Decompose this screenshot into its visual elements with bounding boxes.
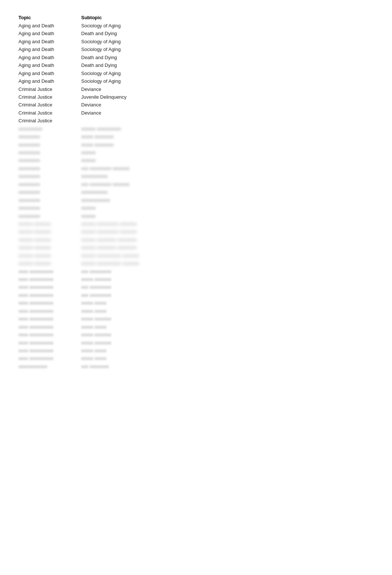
subtopic-column-header: Subtopic	[81, 15, 185, 20]
topic-cell: Aging and Death	[18, 61, 81, 69]
topic-cell: Aging and Death	[18, 69, 81, 77]
table-row: xxxxxx xxxxxxx xxxxxx xxxxxxxxxx xxxxxxx	[18, 252, 374, 259]
table-row: xxxxxxxxx xxxxxxxxxxx	[18, 172, 374, 180]
subtopic-cell: xxxxx xxxxx	[81, 323, 185, 331]
table-row: xxxx xxxxxxxxxx xxxxx xxxxxxx	[18, 275, 374, 283]
subtopic-cell: Sociology of Aging	[81, 77, 185, 85]
topic-cell: xxxxxxxxx	[18, 180, 81, 188]
topic-cell: Aging and Death	[18, 77, 81, 85]
topic-cell: xxxx xxxxxxxxxx	[18, 299, 81, 307]
table-row: Aging and Death Death and Dying	[18, 61, 374, 69]
subtopic-cell: xxxxx xxxxxxxx	[81, 133, 185, 140]
table-row: xxxx xxxxxxxxxx xxxxx xxxxx	[18, 354, 374, 362]
table-row: Aging and Death Sociology of Aging	[18, 77, 374, 85]
table-row: xxxxxxxxx xxxxxxxxxxx	[18, 188, 374, 196]
table-row: xxxx xxxxxxxxxx xxx xxxxxxxxx	[18, 268, 374, 275]
topic-cell: xxxx xxxxxxxxxx	[18, 323, 81, 331]
subtopic-cell: xxxxxx xxxxxxxxx xxxxxxx	[81, 228, 185, 235]
table-row: xxxxxxxxx xxx xxxxxxxxx xxxxxxx	[18, 180, 374, 188]
subtopic-cell: xxxxxxxxxxx	[81, 172, 185, 180]
subtopic-cell: xxx xxxxxxxxx xxxxxxx	[81, 164, 185, 172]
table-row: Criminal Justice	[18, 117, 374, 125]
topic-cell: xxxx xxxxxxxxxx	[18, 347, 81, 354]
topic-cell: xxxxxxxxxxxx	[18, 363, 81, 370]
topic-cell: xxxx xxxxxxxxxx	[18, 315, 81, 323]
subtopic-cell: Sociology of Aging	[81, 22, 185, 30]
table-row: xxxxxxxxx xxxxxx	[18, 156, 374, 164]
subtopic-cell: xxxxxx	[81, 156, 185, 164]
subtopic-cell: xxxxxx xxxxxxxx xxxxxxxx	[81, 244, 185, 251]
subtopic-cell: xxx xxxxxxxxx	[81, 283, 185, 291]
table-row: Aging and Death Death and Dying	[18, 30, 374, 37]
topic-cell: Aging and Death	[18, 30, 81, 37]
subtopic-cell: xxxxxxxxxxxx	[81, 196, 185, 204]
topic-cell: xxxx xxxxxxxxxx	[18, 275, 81, 283]
subtopic-cell: xxxxx xxxxxxx	[81, 315, 185, 323]
topic-cell: Aging and Death	[18, 38, 81, 45]
table-header-row: Topic Subtopic	[18, 15, 374, 20]
table-row: Aging and Death Sociology of Aging	[18, 69, 374, 77]
subtopic-cell: xxxxx xxxxxxx	[81, 339, 185, 347]
subtopic-cell: Deviance	[81, 109, 185, 117]
subtopic-cell: Sociology of Aging	[81, 69, 185, 77]
subtopic-cell: xxxxx xxxxxxx	[81, 275, 185, 283]
subtopic-cell: Death and Dying	[81, 54, 185, 61]
table-row: xxxxxxxxxxxx xxx xxxxxxxx	[18, 363, 374, 370]
subtopic-cell: xxxxx xxxxx	[81, 347, 185, 354]
topic-cell: xxxxxxxxxx	[18, 125, 81, 133]
topic-column-header: Topic	[18, 15, 81, 20]
topic-cell: xxxxxxxxx	[18, 141, 81, 149]
subtopic-cell: xxx xxxxxxxxx xxxxxxx	[81, 180, 185, 188]
blurred-rows-group2: xxxxxx xxxxxxx xxxxxx xxxxxxxxx xxxxxxx …	[18, 220, 374, 268]
table-row: xxxx xxxxxxxxxx xxxxx xxxxx	[18, 307, 374, 315]
table-row: Criminal Justice Deviance	[18, 109, 374, 117]
topic-cell: Aging and Death	[18, 45, 81, 53]
table-row: xxxx xxxxxxxxxx xxxxx xxxxxxx	[18, 331, 374, 338]
topic-cell: Aging and Death	[18, 22, 81, 30]
table-row: xxxxxxxxx xxxxx xxxxxxxx	[18, 141, 374, 149]
data-table: Topic Subtopic Aging and Death Sociology…	[18, 15, 374, 370]
table-row: xxxx xxxxxxxxxx xxx xxxxxxxxx	[18, 283, 374, 291]
topic-cell: xxxxxx xxxxxxx	[18, 244, 81, 251]
topic-cell: xxxxxx xxxxxxx	[18, 228, 81, 235]
visible-rows-section: Aging and Death Sociology of Aging Aging…	[18, 22, 374, 125]
table-row: xxxxxxxxx xxxxxx	[18, 149, 374, 156]
topic-cell: xxxxxxxxx	[18, 164, 81, 172]
table-row: xxxx xxxxxxxxxx xxxxx xxxxx	[18, 323, 374, 331]
table-row: Aging and Death Sociology of Aging	[18, 45, 374, 53]
topic-cell: xxxxxxxxx	[18, 149, 81, 156]
table-row: xxxxxx xxxxxxx xxxxxx xxxxxxxxxx xxxxxxx	[18, 259, 374, 267]
topic-cell: xxxx xxxxxxxxxx	[18, 268, 81, 275]
subtopic-cell: xxxxxx xxxxxxxxxx xxxxxxx	[81, 259, 185, 267]
subtopic-cell: Juvenile Delinquency	[81, 93, 185, 101]
topic-cell: xxxx xxxxxxxxxx	[18, 331, 81, 338]
topic-cell: xxxx xxxxxxxxxx	[18, 307, 81, 315]
table-row: xxxxxxxxx xxxxxxxxxxxx	[18, 196, 374, 204]
subtopic-cell: xxxxxx	[81, 149, 185, 156]
subtopic-cell: xxxxxx	[81, 212, 185, 220]
subtopic-cell: xxxxxx xxxxxxxx xxxxxxxx	[81, 236, 185, 244]
table-row: Aging and Death Sociology of Aging	[18, 38, 374, 45]
subtopic-cell: xxxxx xxxxx	[81, 307, 185, 315]
topic-cell: xxxxxxxxx	[18, 156, 81, 164]
subtopic-cell: Death and Dying	[81, 30, 185, 37]
subtopic-cell: Death and Dying	[81, 61, 185, 69]
table-row: xxxxxxxxx xxxxx xxxxxxxx	[18, 133, 374, 140]
subtopic-cell: xxxxxx xxxxxxxxxx	[81, 125, 185, 133]
table-row: xxxx xxxxxxxxxx xxxxx xxxxx	[18, 347, 374, 354]
topic-cell: xxxx xxxxxxxxxx	[18, 354, 81, 362]
table-row: xxxxxxxxx xxxxxx	[18, 204, 374, 212]
topic-cell: Criminal Justice	[18, 109, 81, 117]
topic-cell: Criminal Justice	[18, 85, 81, 93]
table-row: xxxxxx xxxxxxx xxxxxx xxxxxxxxx xxxxxxx	[18, 228, 374, 235]
topic-cell: xxxxxxxxx	[18, 133, 81, 140]
topic-cell: xxxxxx xxxxxxx	[18, 220, 81, 228]
table-row: xxxxxxxxxx xxxxxx xxxxxxxxxx	[18, 125, 374, 133]
subtopic-cell: xxx xxxxxxxx	[81, 363, 185, 370]
table-row: xxxxxxxxx xxx xxxxxxxxx xxxxxxx	[18, 164, 374, 172]
subtopic-cell: xxxxx xxxxxxx	[81, 331, 185, 338]
subtopic-cell: xxx xxxxxxxxx	[81, 268, 185, 275]
topic-cell: xxxx xxxxxxxxxx	[18, 339, 81, 347]
table-row: Criminal Justice Juvenile Delinquency	[18, 93, 374, 101]
topic-cell: xxxxxxxxx	[18, 196, 81, 204]
